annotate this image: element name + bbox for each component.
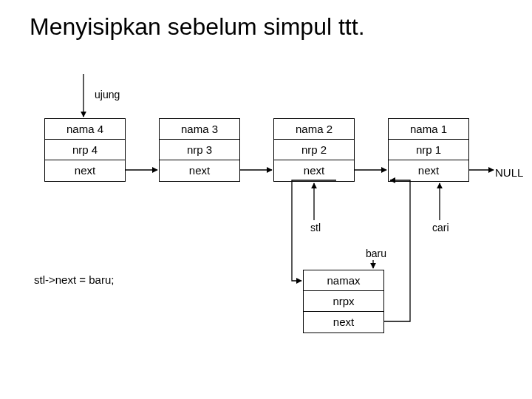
cell-nrp: nrp 2: [274, 140, 354, 160]
label-baru: baru: [366, 248, 386, 259]
cell-next: next: [304, 312, 383, 332]
cell-nrp: nrp 4: [45, 140, 125, 160]
page-title: Menyisipkan sebelum simpul ttt.: [30, 13, 365, 41]
label-ujung: ujung: [95, 89, 120, 100]
cell-nrp: nrp 1: [389, 140, 468, 160]
arrows-layer: [0, 0, 532, 399]
node-3: nama 3 nrp 3 next: [159, 118, 240, 182]
node-new: namax nrpx next: [303, 270, 384, 333]
cell-next: next: [45, 160, 125, 181]
cell-nama: namax: [304, 270, 383, 291]
node-1: nama 1 nrp 1 next: [388, 118, 469, 182]
cell-nrp: nrpx: [304, 291, 383, 312]
label-cari: cari: [432, 222, 449, 233]
cell-nama: nama 3: [160, 119, 239, 140]
cell-next: next: [389, 160, 468, 181]
node-2: nama 2 nrp 2 next: [273, 118, 355, 182]
cell-nrp: nrp 3: [160, 140, 239, 160]
code-line: stl->next = baru;: [34, 273, 114, 286]
cell-next: next: [160, 160, 239, 181]
cell-nama: nama 1: [389, 119, 468, 140]
cell-nama: nama 2: [274, 119, 354, 140]
label-stl: stl: [310, 222, 321, 233]
cell-nama: nama 4: [45, 119, 125, 140]
cell-next: next: [274, 160, 354, 181]
label-null: NULL: [495, 166, 523, 179]
node-4: nama 4 nrp 4 next: [44, 118, 126, 182]
